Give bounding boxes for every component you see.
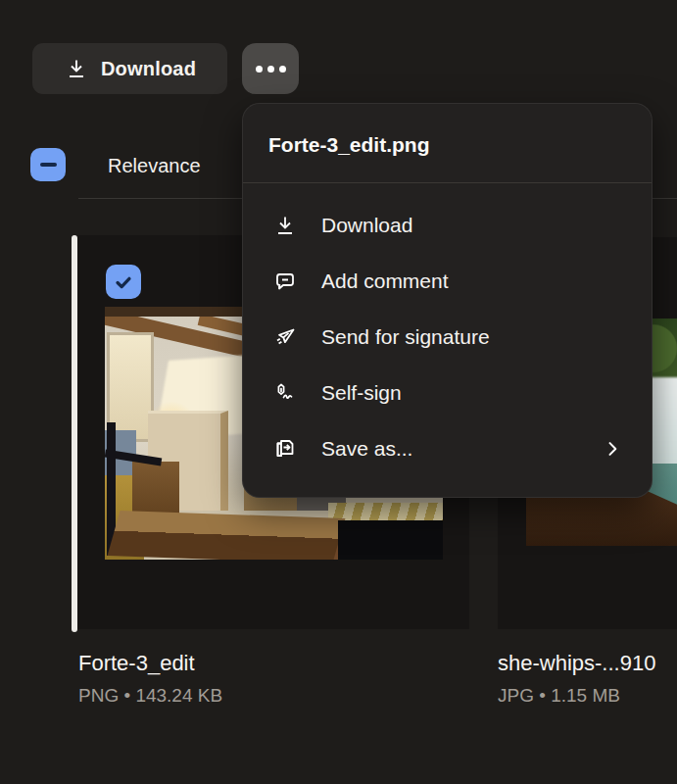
ellipsis-icon — [256, 66, 263, 73]
menu-item-send-for-signature[interactable]: Send for signature — [243, 309, 652, 365]
sort-dropdown[interactable]: Relevance — [108, 155, 201, 177]
file-name[interactable]: Forte-3_edit — [78, 651, 222, 676]
download-icon — [272, 213, 298, 238]
select-all-checkbox[interactable] — [30, 148, 66, 181]
context-menu: Forte-3_edit.png Download Add comment — [242, 103, 653, 498]
file-meta: JPG • 1.15 MB — [498, 685, 677, 707]
file-meta: PNG • 143.24 KB — [78, 685, 222, 707]
menu-item-self-sign[interactable]: Self-sign — [243, 365, 652, 420]
indeterminate-minus-icon — [40, 163, 57, 167]
save-as-icon — [272, 436, 298, 462]
pen-signature-icon — [272, 380, 298, 406]
file-checkbox[interactable] — [106, 265, 141, 299]
menu-item-add-comment[interactable]: Add comment — [243, 253, 652, 309]
menu-item-download[interactable]: Download — [243, 197, 652, 253]
download-icon — [64, 56, 89, 81]
menu-item-save-as[interactable]: Save as... — [243, 420, 652, 476]
more-options-button[interactable] — [242, 43, 299, 94]
download-button[interactable]: Download — [32, 43, 227, 94]
selection-bar — [72, 235, 77, 632]
paper-plane-icon — [272, 324, 298, 350]
submenu-chevron-icon — [603, 439, 622, 459]
download-button-label: Download — [101, 58, 196, 80]
check-icon — [113, 271, 134, 293]
comment-icon — [272, 269, 298, 294]
context-menu-title: Forte-3_edit.png — [243, 104, 652, 182]
file-name[interactable]: she-whips-...910 — [498, 651, 677, 676]
